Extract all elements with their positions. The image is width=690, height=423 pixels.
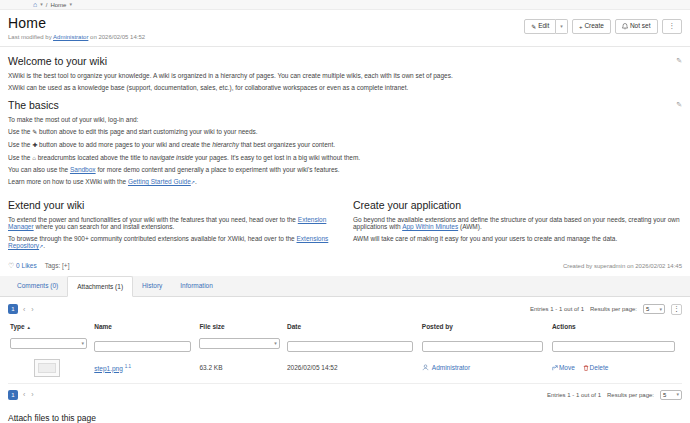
attachment-thumbnail[interactable]	[34, 359, 60, 377]
text: button above to edit this page and start…	[39, 128, 258, 135]
text: Use the	[8, 128, 30, 135]
chevron-down-icon[interactable]: ▾	[69, 2, 72, 7]
create-app-paragraph-2: AWM will take care of making it easy for…	[353, 235, 682, 242]
column-header-name[interactable]: Name	[92, 320, 197, 333]
edit-button[interactable]: ✎ Edit	[524, 19, 556, 34]
prev-page-icon[interactable]: ‹	[22, 391, 26, 398]
text: Use the	[8, 141, 30, 148]
chevron-down-icon: ▾	[560, 24, 563, 29]
prev-page-icon[interactable]: ‹	[22, 306, 26, 313]
text-italic: navigate inside	[150, 154, 193, 161]
move-icon	[552, 365, 558, 371]
next-page-icon[interactable]: ›	[30, 306, 34, 313]
file-size-filter-select[interactable]: ▾	[199, 338, 279, 349]
delete-action[interactable]: Delete	[583, 364, 609, 371]
plus-icon: ✚	[32, 142, 37, 148]
text: button above to add more pages to your w…	[39, 141, 210, 148]
chevron-down-icon: ▾	[82, 341, 85, 346]
table-header-row: Type ▲ Name File size Date Posted by Act…	[8, 320, 682, 333]
type-filter-select[interactable]: ▾	[10, 338, 87, 349]
column-header-file-size[interactable]: File size	[197, 320, 285, 333]
text: Use the	[8, 154, 30, 161]
home-icon: ⌂	[32, 155, 36, 161]
welcome-section-heading: Welcome to your wiki ✎	[8, 55, 682, 67]
section-edit-icon[interactable]: ✎	[676, 101, 682, 109]
tab-attachments[interactable]: Attachments (1)	[67, 276, 133, 297]
heart-icon[interactable]: ♡	[8, 262, 14, 269]
author-link[interactable]: Administrator	[53, 34, 88, 40]
results-per-page-select[interactable]: 5 ▾	[660, 390, 682, 400]
basics-add-line: Use the ✚ button above to add more pages…	[8, 141, 682, 149]
basics-intro: To make the most out of your wiki, log-i…	[8, 116, 682, 123]
attachments-panel: 1 ‹ › Entries 1 - 1 out of 1 Results per…	[0, 297, 690, 423]
home-icon[interactable]: ⌂	[33, 1, 37, 8]
edit-dropdown-button[interactable]: ▾	[556, 19, 568, 34]
basics-section-heading: The basics ✎	[8, 99, 682, 111]
basics-breadcrumb-line: Use the ⌂ breadcrumbs located above the …	[8, 154, 682, 162]
welcome-section-title: Welcome to your wiki	[8, 55, 107, 67]
name-filter-input[interactable]	[94, 341, 191, 352]
app-within-minutes-link[interactable]: App Within Minutes	[402, 223, 458, 230]
livetable-pagination-bottom: 1 ‹ › Entries 1 - 1 out of 1 Results per…	[8, 390, 682, 400]
section-edit-icon[interactable]: ✎	[676, 57, 682, 65]
results-per-page-value: 5	[646, 306, 649, 312]
chevron-down-icon[interactable]: ▾	[40, 2, 43, 7]
action-toolbar: ✎ Edit ▾ + Create Not set ⋮	[524, 19, 682, 34]
next-page-icon[interactable]: ›	[30, 391, 34, 398]
basics-section-title: The basics	[8, 99, 59, 111]
tab-comments[interactable]: Comments (0)	[8, 276, 67, 296]
user-icon	[422, 364, 429, 371]
page-1-button[interactable]: 1	[8, 390, 18, 400]
text: that best organizes your content.	[241, 141, 335, 148]
posted-by-filter-input[interactable]	[422, 341, 543, 352]
chevron-down-icon: ▾	[274, 341, 277, 346]
attachments-table: Type ▲ Name File size Date Posted by Act…	[8, 320, 682, 384]
chevron-down-icon: ▾	[676, 392, 679, 397]
sandbox-link[interactable]: Sandbox	[70, 166, 96, 173]
column-header-actions[interactable]: Actions	[550, 320, 682, 333]
attachment-date: 2026/02/05 14:52	[285, 355, 420, 384]
move-action[interactable]: Move	[552, 364, 575, 371]
tab-information[interactable]: Information	[171, 276, 222, 296]
text: .	[43, 242, 45, 249]
column-header-date[interactable]: Date	[285, 320, 420, 333]
table-row: step1.png 1.1 63.2 KB 2026/02/05 14:52 A…	[8, 355, 682, 384]
results-per-page-value: 5	[663, 392, 666, 398]
edit-button-group: ✎ Edit ▾	[524, 19, 568, 34]
page-1-button[interactable]: 1	[8, 304, 18, 314]
likes-link[interactable]: 0 Likes	[16, 262, 37, 269]
delete-label: Delete	[590, 364, 609, 371]
text: (AWM).	[460, 223, 482, 230]
text: To extend the power and functionalities …	[8, 216, 296, 223]
attach-files-heading: Attach files to this page	[8, 413, 682, 423]
getting-started-guide-link[interactable]: Getting Started Guide	[128, 178, 191, 185]
posted-by-link[interactable]: Administrator	[432, 364, 470, 371]
results-per-page-select[interactable]: 5 ▾	[643, 304, 665, 314]
last-modified-prefix: Last modified by	[8, 34, 52, 40]
table-options-button[interactable]: ⋮	[671, 304, 682, 315]
basics-learn-line: Learn more on how to use XWiki with the …	[8, 178, 682, 186]
attachment-name-link[interactable]: step1.png	[94, 365, 123, 372]
more-actions-button[interactable]: ⋮	[662, 19, 683, 34]
breadcrumb-page[interactable]: Home	[50, 2, 66, 8]
basics-sandbox-line: You can also use the Sandbox for more de…	[8, 166, 682, 173]
move-label: Move	[559, 364, 575, 371]
create-application-column: Create your application Go beyond the av…	[353, 191, 682, 255]
attachment-size: 63.2 KB	[197, 355, 285, 384]
create-app-section-heading: Create your application	[353, 199, 682, 211]
text: where you can search for and install ext…	[35, 223, 174, 230]
attachment-version-link[interactable]: 1.1	[125, 364, 131, 369]
page-header: Home Last modified by Administrator on 2…	[0, 10, 690, 47]
date-filter-input[interactable]	[287, 341, 413, 352]
sort-asc-icon: ▲	[27, 325, 31, 330]
actions-filter-input[interactable]	[552, 341, 675, 352]
column-header-posted-by[interactable]: Posted by	[420, 320, 550, 333]
create-button[interactable]: + Create	[572, 19, 611, 34]
tab-history[interactable]: History	[133, 276, 171, 296]
add-tag-button[interactable]: [+]	[62, 262, 69, 269]
column-header-type[interactable]: Type ▲	[8, 320, 92, 333]
bell-icon	[622, 23, 628, 30]
notifications-button[interactable]: Not set	[615, 19, 658, 34]
meta-row: ♡ 0 Likes Tags: [+] Created by superadmi…	[8, 262, 682, 270]
document-content: Welcome to your wiki ✎ XWiki is the best…	[0, 55, 690, 270]
